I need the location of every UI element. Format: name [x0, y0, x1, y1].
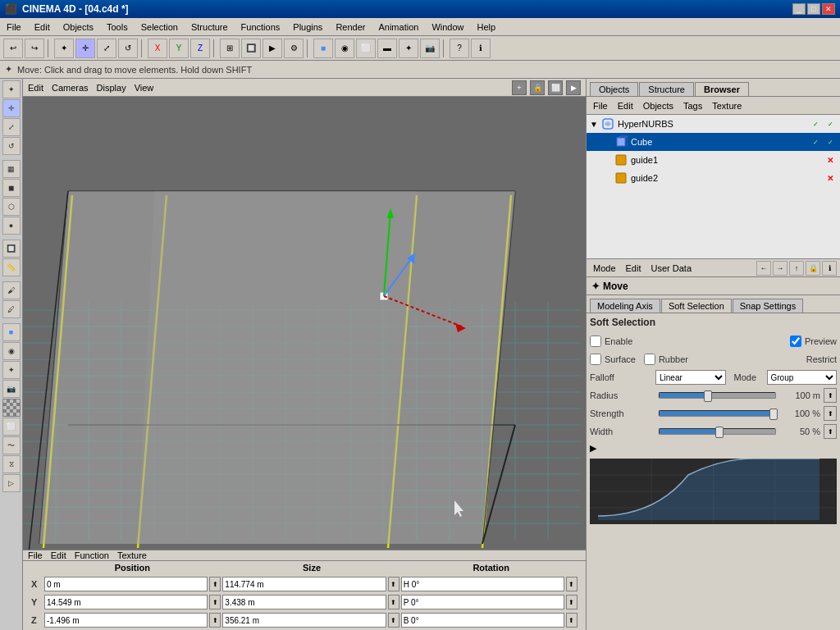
falloff-select[interactable]: Linear Quadratic Cubic — [655, 370, 726, 385]
attr-forward-btn[interactable]: → — [773, 261, 788, 276]
expand-hypernurbs[interactable]: ▼ — [590, 120, 601, 129]
attr-tab-modeling[interactable]: Modeling Axis — [590, 299, 660, 313]
left-floor-btn[interactable]: ⬜ — [2, 418, 21, 436]
coord-texture[interactable]: Texture — [117, 550, 147, 560]
coord-z-size[interactable] — [222, 613, 386, 628]
struct-item-guide1[interactable]: guide1 ✕ — [587, 151, 840, 169]
camera-btn[interactable]: 📷 — [420, 39, 440, 58]
left-scale-btn[interactable]: ⤢ — [2, 118, 21, 136]
viewport-lock-icon[interactable]: 🔒 — [530, 80, 545, 95]
help-btn[interactable]: ? — [450, 39, 469, 58]
coord-y-size-spinner[interactable]: ⬆ — [388, 595, 399, 609]
cube-btn[interactable]: ■ — [313, 39, 333, 58]
attr-lock-btn[interactable]: 🔒 — [806, 261, 820, 276]
coord-x-pos-spinner[interactable]: ⬆ — [209, 577, 221, 591]
sphere-btn[interactable]: ◉ — [335, 39, 354, 58]
left-rotate-btn[interactable]: ↺ — [2, 137, 21, 155]
left-edge-btn[interactable]: ⬡ — [2, 198, 21, 216]
width-track[interactable] — [659, 428, 776, 435]
viewport-edit[interactable]: Edit — [28, 83, 43, 93]
undo-button[interactable]: ↩ — [3, 39, 23, 58]
viewport-render-icon[interactable]: ▶ — [566, 80, 581, 95]
left-cube-btn[interactable]: ■ — [2, 323, 21, 341]
menu-functions[interactable]: Functions — [235, 21, 287, 34]
left-sphere-btn[interactable]: ◉ — [2, 342, 21, 360]
viewport-view[interactable]: View — [135, 83, 154, 93]
left-paint-btn[interactable]: 🖊 — [2, 300, 21, 318]
menu-tools[interactable]: Tools — [100, 21, 135, 34]
left-model-btn[interactable]: ▦ — [2, 160, 21, 178]
left-point-btn[interactable]: ● — [2, 217, 21, 235]
left-brush-btn[interactable]: 🖌 — [2, 281, 21, 299]
menu-animation[interactable]: Animation — [372, 21, 425, 34]
rubber-checkbox[interactable] — [644, 354, 655, 365]
menu-objects[interactable]: Objects — [57, 21, 100, 34]
radius-spinner[interactable]: ⬆ — [824, 388, 837, 403]
attr-info-btn[interactable]: ℹ — [822, 261, 837, 276]
coord-z-rot[interactable] — [401, 613, 564, 628]
viewport-display[interactable]: Display — [97, 83, 126, 93]
left-deform-btn[interactable]: ⧖ — [2, 455, 21, 473]
left-poly-btn[interactable]: ◼ — [2, 179, 21, 197]
attr-tab-soft[interactable]: Soft Selection — [661, 299, 732, 313]
live-select-button[interactable]: ✦ — [54, 39, 74, 58]
surface-checkbox[interactable] — [590, 354, 601, 365]
struct-objects[interactable]: Objects — [640, 101, 677, 111]
width-spinner[interactable]: ⬆ — [824, 424, 837, 439]
coord-file[interactable]: File — [28, 550, 43, 560]
expand-arrow[interactable]: ▶ — [590, 441, 837, 455]
tab-objects[interactable]: Objects — [590, 82, 638, 96]
z-axis-btn[interactable]: Z — [190, 39, 210, 58]
close-button[interactable]: ✕ — [822, 3, 835, 15]
attr-userdata[interactable]: User Data — [648, 263, 696, 273]
menu-selection[interactable]: Selection — [135, 21, 185, 34]
coord-y-size[interactable] — [222, 595, 386, 609]
render-btn[interactable]: ▶ — [262, 39, 282, 58]
viewport-add-icon[interactable]: + — [512, 80, 527, 95]
coord-y-rot[interactable] — [401, 595, 564, 609]
guide1-x[interactable]: ✕ — [824, 153, 837, 167]
struct-texture[interactable]: Texture — [709, 101, 745, 111]
info-btn[interactable]: ℹ — [471, 39, 491, 58]
coord-z-size-spinner[interactable]: ⬆ — [388, 613, 399, 628]
attr-edit[interactable]: Edit — [623, 263, 645, 273]
menu-help[interactable]: Help — [471, 21, 503, 34]
left-camera-btn[interactable]: 📷 — [2, 380, 21, 398]
cube-check[interactable]: ✓ — [809, 135, 822, 148]
coord-z-rot-spinner[interactable]: ⬆ — [566, 613, 578, 628]
coord-y-rot-spinner[interactable]: ⬆ — [566, 595, 578, 609]
radius-track[interactable] — [659, 392, 776, 399]
guide2-x[interactable]: ✕ — [824, 171, 837, 185]
menu-window[interactable]: Window — [425, 21, 470, 34]
tab-structure[interactable]: Structure — [639, 82, 694, 96]
attr-tab-snap[interactable]: Snap Settings — [733, 299, 804, 313]
coord-sys-btn[interactable]: ⊞ — [220, 39, 240, 58]
left-select-btn[interactable]: ✦ — [2, 80, 21, 98]
coord-x-pos[interactable] — [44, 577, 208, 591]
snap-btn[interactable]: 🔲 — [241, 39, 261, 58]
minimize-button[interactable]: _ — [792, 3, 806, 15]
coord-x-rot[interactable] — [401, 577, 564, 591]
left-checkerboard-btn[interactable] — [2, 399, 21, 417]
struct-item-guide2[interactable]: guide2 ✕ — [587, 169, 840, 187]
left-move-btn[interactable]: ✛ — [2, 99, 21, 117]
left-snap-btn[interactable]: 🔲 — [2, 240, 21, 258]
coord-z-pos[interactable] — [44, 613, 208, 628]
left-measure-btn[interactable]: 📏 — [2, 258, 21, 276]
mode-select[interactable]: Group Object — [767, 370, 838, 385]
cube-vis[interactable]: ✓ — [824, 135, 837, 148]
left-spline-btn[interactable]: 〜 — [2, 436, 21, 454]
redo-button[interactable]: ↪ — [25, 39, 44, 58]
strength-track[interactable] — [659, 410, 776, 417]
attr-back-btn[interactable]: ← — [756, 261, 771, 276]
coord-edit[interactable]: Edit — [51, 550, 66, 560]
left-light-btn[interactable]: ✦ — [2, 361, 21, 379]
maximize-button[interactable]: □ — [807, 3, 820, 15]
scale-button[interactable]: ⤢ — [97, 39, 116, 58]
attr-mode[interactable]: Mode — [590, 263, 619, 273]
menu-file[interactable]: File — [0, 21, 28, 34]
coord-y-pos-spinner[interactable]: ⬆ — [209, 595, 221, 609]
tab-browser[interactable]: Browser — [695, 82, 749, 96]
viewport-cameras[interactable]: Cameras — [52, 83, 89, 93]
struct-item-hypernurbs[interactable]: ▼ HyperNURBS ✓ ✓ — [587, 115, 840, 133]
